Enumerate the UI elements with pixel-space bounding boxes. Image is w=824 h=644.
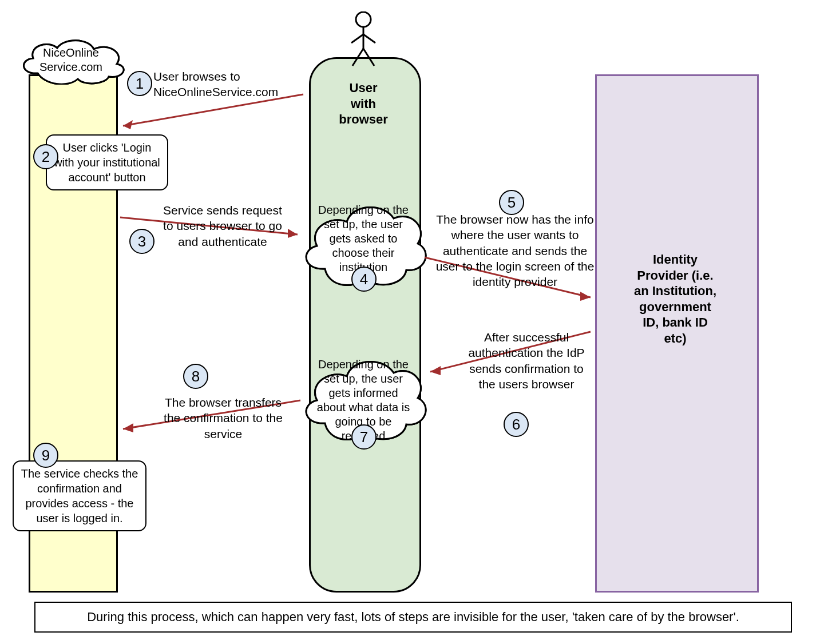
footer-note: During this process, which can happen ve… <box>34 602 792 633</box>
svg-marker-7 <box>123 120 133 129</box>
step-number-7: 7 <box>351 424 377 450</box>
arrows-layer <box>0 0 824 644</box>
step-number-8: 8 <box>183 364 208 389</box>
step-number-5: 5 <box>499 190 524 215</box>
svg-marker-15 <box>123 423 133 432</box>
step-3-text: Service sends request to users browser t… <box>157 202 288 249</box>
step-1-text: User browses to NiceOnlineService.com <box>153 69 302 100</box>
step-number-2: 2 <box>33 144 58 169</box>
svg-marker-9 <box>288 229 298 238</box>
step-number-4: 4 <box>351 267 377 292</box>
step-number-6: 6 <box>504 412 529 437</box>
step-number-9: 9 <box>33 443 58 468</box>
step-6-text: After successful authentication the IdP … <box>464 329 589 392</box>
step-number-1: 1 <box>127 71 152 96</box>
step-number-3: 3 <box>129 229 154 254</box>
step-5-text: The browser now has the info where the u… <box>435 212 595 289</box>
diagram-stage: Userwithbrowser IdentityProvider (i.e.an… <box>0 0 824 644</box>
step-8-text: The browser transfers the confirmation t… <box>160 395 286 442</box>
